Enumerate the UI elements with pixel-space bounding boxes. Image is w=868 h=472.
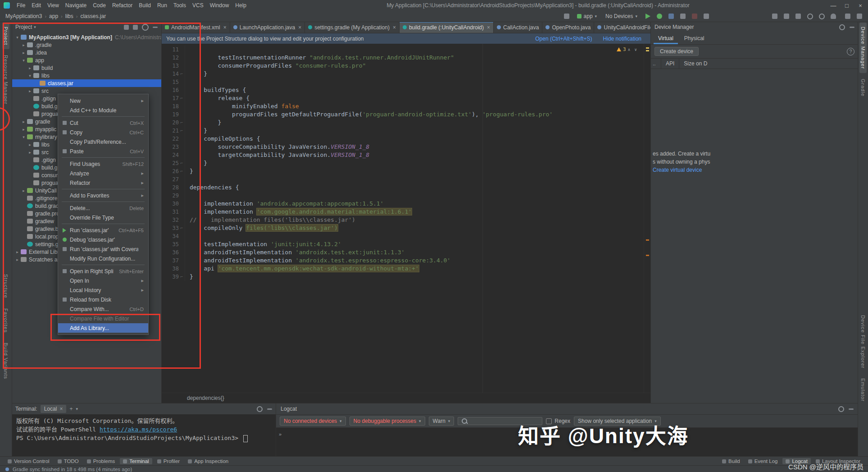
menu-item-add-to-favorites[interactable]: Add to Favorites▸ bbox=[58, 191, 148, 200]
panels-icon[interactable] bbox=[843, 12, 853, 21]
tree-item-classes-jar[interactable]: classes.jar bbox=[12, 79, 161, 87]
tool-window-tab-resource-manager[interactable]: Resource Manager bbox=[2, 51, 9, 109]
breadcrumb-classes-jar[interactable]: classes.jar bbox=[80, 13, 106, 19]
status-item-todo[interactable]: TODO bbox=[55, 458, 82, 464]
open-project-structure-link[interactable]: Open (Ctrl+Alt+Shift+S) bbox=[535, 36, 592, 42]
menu-item-compare-with[interactable]: Compare With...Ctrl+D bbox=[58, 304, 148, 314]
status-item-problems[interactable]: Problems bbox=[84, 458, 118, 464]
logcat-output[interactable]: » bbox=[276, 428, 858, 457]
menu-item-analyze[interactable]: Analyze▸ bbox=[58, 169, 148, 178]
editor-tab-openphoto-java[interactable]: OpenPhoto.java bbox=[542, 22, 594, 33]
process-dropdown[interactable]: No debuggable processes▾ bbox=[350, 417, 425, 426]
menu-item-copy[interactable]: CopyCtrl+C bbox=[58, 128, 148, 137]
status-item-event-log[interactable]: Event Log bbox=[745, 458, 781, 464]
menu-item-override-file-type[interactable]: Override File Type bbox=[58, 213, 148, 222]
editor-scrollbar[interactable] bbox=[644, 44, 650, 393]
menu-build[interactable]: Build bbox=[136, 1, 154, 10]
hammer-icon[interactable] bbox=[562, 12, 572, 21]
gear-icon[interactable] bbox=[257, 406, 263, 412]
menu-view[interactable]: View bbox=[44, 1, 62, 10]
profiler-icon[interactable] bbox=[666, 12, 676, 21]
breadcrumb-myapplication3[interactable]: MyApplication3 bbox=[5, 13, 42, 19]
create-device-button[interactable]: Create device bbox=[654, 47, 699, 56]
tool-window-tab-emulator[interactable]: Emulator bbox=[859, 374, 867, 406]
logcat-filter-dropdown[interactable]: Show only selected application▾ bbox=[574, 417, 661, 426]
debug-icon[interactable] bbox=[654, 12, 664, 21]
hide-panel-icon[interactable] bbox=[850, 27, 854, 28]
inspection-widget[interactable]: 3 ∧ ∨ bbox=[617, 46, 638, 52]
coverage-icon[interactable] bbox=[678, 12, 688, 21]
minimize-button[interactable]: — bbox=[827, 2, 840, 9]
terminal-output[interactable]: 版权所有 (C) Microsoft Corporation。保留所有权利。试试… bbox=[12, 414, 276, 457]
menu-refactor[interactable]: Refactor bbox=[109, 1, 136, 10]
tree-item-build[interactable]: ▸build bbox=[12, 64, 161, 72]
menu-item-copy-path-reference[interactable]: Copy Path/Reference... bbox=[58, 137, 148, 147]
tool-window-tab-build-variants[interactable]: Build Variants bbox=[2, 339, 9, 383]
menu-item-open-in[interactable]: Open In▸ bbox=[58, 276, 148, 285]
stop-icon[interactable] bbox=[690, 12, 700, 21]
menu-item-delete[interactable]: Delete...Delete bbox=[58, 203, 148, 213]
menu-item-paste[interactable]: PasteCtrl+V bbox=[58, 147, 148, 156]
tool-window-tab-structure[interactable]: Structure bbox=[2, 270, 9, 302]
menu-item-refactor[interactable]: Refactor▸ bbox=[58, 178, 148, 188]
attach-icon[interactable] bbox=[701, 12, 711, 21]
status-item-version-control[interactable]: Version Control bbox=[5, 458, 53, 464]
editor-tab-unitycallandroidfile-java[interactable]: UnityCallAndroidFile.java bbox=[594, 22, 650, 33]
menu-window[interactable]: Window bbox=[207, 1, 232, 10]
device-dropdown[interactable]: No connected devices▾ bbox=[280, 417, 346, 426]
editor-tab-settings-gradle-my-application[interactable]: settings.gradle (My Application)× bbox=[305, 22, 400, 33]
tree-item-idea[interactable]: ▸.idea bbox=[12, 49, 161, 56]
project-panel-title[interactable]: Project bbox=[15, 24, 32, 30]
code-editor[interactable]: 1112 testInstrumentationRunner "androidx… bbox=[162, 44, 650, 393]
help-icon[interactable]: ? bbox=[847, 48, 854, 55]
tool-window-tab-gradle[interactable]: Gradle bbox=[859, 75, 867, 101]
locate-icon[interactable] bbox=[124, 25, 129, 30]
menu-vcs[interactable]: VCS bbox=[189, 1, 207, 10]
breadcrumb-app[interactable]: app bbox=[49, 13, 58, 19]
menu-item-add-c-to-module[interactable]: Add C++ to Module bbox=[58, 105, 148, 115]
collapse-all-icon[interactable] bbox=[133, 25, 138, 30]
close-icon[interactable]: × bbox=[59, 406, 63, 412]
bell-icon[interactable] bbox=[828, 12, 838, 21]
run-icon[interactable] bbox=[643, 12, 653, 21]
hide-notification-link[interactable]: Hide notification bbox=[603, 36, 641, 42]
menu-item-run-classes-jar-with-coverage[interactable]: Run 'classes.jar' with Coverage bbox=[58, 244, 148, 254]
menu-code[interactable]: Code bbox=[90, 1, 109, 10]
search-icon[interactable] bbox=[805, 12, 815, 21]
editor-tab-build-gradle-unitycallandroid[interactable]: build.gradle (:UnityCallAndroid)× bbox=[400, 22, 494, 33]
gear-icon[interactable] bbox=[839, 24, 845, 30]
logcat-search-input[interactable] bbox=[458, 417, 542, 425]
menu-item-run-classes-jar[interactable]: Run 'classes.jar'Ctrl+Alt+F5 bbox=[58, 225, 148, 235]
status-item-profiler[interactable]: Profiler bbox=[154, 458, 183, 464]
prev-next-error-icons[interactable]: ∧ ∨ bbox=[628, 47, 638, 52]
menu-item-modify-run-configuration[interactable]: Modify Run Configuration... bbox=[58, 254, 148, 263]
editor-tab-launchapplication-java[interactable]: LaunchApplication.java× bbox=[230, 22, 305, 33]
status-item-logcat[interactable]: Logcat bbox=[782, 458, 811, 464]
editor-tab-callaction-java[interactable]: CallAction.java bbox=[494, 22, 542, 33]
chevron-down-icon[interactable]: ▾ bbox=[76, 407, 78, 411]
close-tab-icon[interactable]: × bbox=[393, 24, 396, 31]
tool-window-tab-project[interactable]: Project bbox=[2, 23, 9, 49]
gear-icon[interactable] bbox=[838, 406, 844, 412]
run-config-select[interactable]: app ▾ bbox=[574, 13, 600, 20]
menu-item-debug-classes-jar[interactable]: Debug 'classes.jar' bbox=[58, 235, 148, 244]
regex-checkbox[interactable]: Regex bbox=[546, 418, 570, 424]
tree-item-libs[interactable]: ▾libs bbox=[12, 72, 161, 79]
gear-icon[interactable] bbox=[817, 12, 827, 21]
menu-item-local-history[interactable]: Local History▸ bbox=[58, 285, 148, 295]
status-item-layout-inspector[interactable]: Layout Inspector bbox=[813, 458, 863, 464]
terminal-tab-local[interactable]: Local × bbox=[41, 405, 67, 413]
tree-item-app[interactable]: ▾app bbox=[12, 56, 161, 64]
tool-window-tab-favorites[interactable]: Favorites bbox=[2, 304, 9, 337]
status-item-app-inspection[interactable]: App Inspection bbox=[185, 458, 232, 464]
menu-tools[interactable]: Tools bbox=[170, 1, 189, 10]
expand-chevrons-icon[interactable]: » bbox=[279, 431, 282, 437]
hide-icon[interactable] bbox=[153, 27, 158, 28]
menu-item-add-as-library[interactable]: Add As Library... bbox=[58, 323, 148, 333]
status-item-terminal[interactable]: Terminal bbox=[120, 458, 152, 464]
menu-file[interactable]: File bbox=[14, 1, 28, 10]
close-button[interactable]: × bbox=[854, 2, 867, 9]
menu-item-find-usages[interactable]: Find UsagesShift+F12 bbox=[58, 159, 148, 169]
menu-run[interactable]: Run bbox=[154, 1, 170, 10]
tree-item-gradle[interactable]: ▸.gradle bbox=[12, 41, 161, 49]
